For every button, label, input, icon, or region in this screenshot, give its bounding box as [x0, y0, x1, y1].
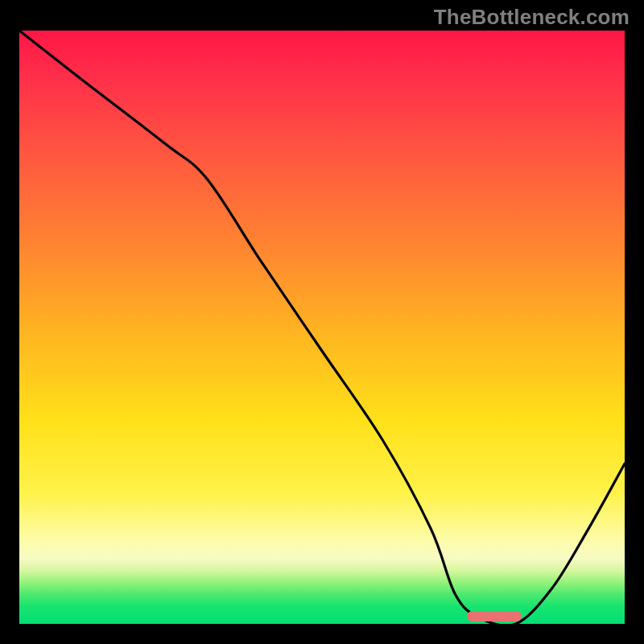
bottleneck-curve-path [19, 31, 625, 624]
optimal-range-marker [467, 611, 522, 621]
watermark-label: TheBottleneck.com [434, 5, 630, 30]
bottleneck-chart: TheBottleneck.com [0, 0, 644, 644]
plot-area [19, 31, 625, 624]
curve-layer [19, 31, 625, 624]
